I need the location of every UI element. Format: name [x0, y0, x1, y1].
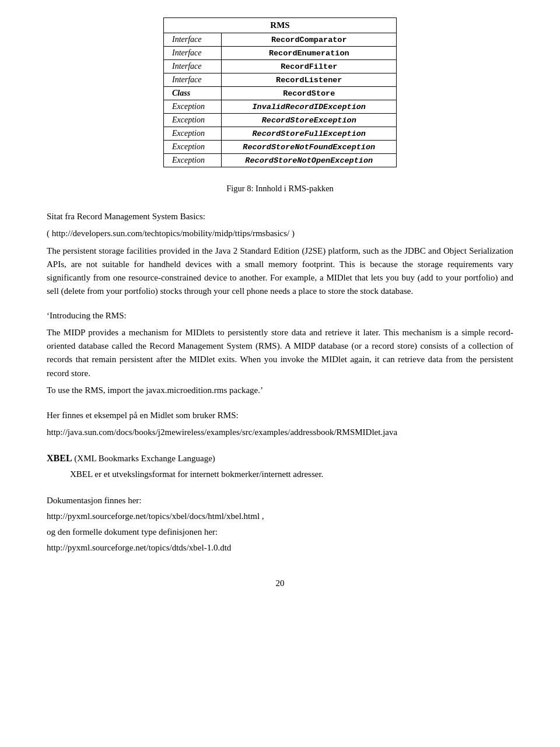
xbel-section: XBEL (XML Bookmarks Exchange Language) X…	[47, 451, 513, 555]
xbel-doc-url: http://pyxml.sourceforge.net/topics/xbel…	[47, 510, 513, 523]
table-container: RMS InterfaceRecordComparatorInterfaceRe…	[47, 17, 513, 167]
xbel-dok-heading: Dokumentasjon finnes her:	[47, 494, 513, 507]
table-cell-type: Exception	[164, 100, 222, 114]
table-title: RMS	[164, 18, 397, 33]
table-cell-name: RecordStoreFullException	[222, 127, 397, 141]
table-cell-type: Exception	[164, 141, 222, 154]
table-cell-name: InvalidRecordIDException	[222, 100, 397, 114]
table-cell-name: RecordStoreNotFoundException	[222, 141, 397, 154]
body-text-2: The MIDP provides a mechanism for MIDlet…	[47, 326, 513, 380]
page-content: RMS InterfaceRecordComparatorInterfaceRe…	[47, 17, 513, 588]
rms-table: RMS InterfaceRecordComparatorInterfaceRe…	[163, 17, 397, 167]
body-text-3: To use the RMS, import the javax.microed…	[47, 384, 513, 397]
source-url: ( http://developers.sun.com/techtopics/m…	[47, 227, 513, 240]
table-cell-type: Interface	[164, 47, 222, 60]
table-cell-type: Interface	[164, 60, 222, 73]
xbel-title: XBEL (XML Bookmarks Exchange Language)	[47, 451, 513, 466]
her-finnes-url: http://java.sun.com/docs/books/j2mewirel…	[47, 426, 513, 439]
table-cell-name: RecordEnumeration	[222, 47, 397, 60]
table-cell-name: RecordListener	[222, 73, 397, 87]
xbel-title-bold: XBEL	[47, 453, 72, 463]
body-text-1: The persistent storage facilities provid…	[47, 244, 513, 299]
table-cell-name: RecordComparator	[222, 33, 397, 47]
table-cell-type: Interface	[164, 73, 222, 87]
introducing-section: ‘Introducing the RMS: The MIDP provides …	[47, 309, 513, 398]
source-heading: Sitat fra Record Management System Basic…	[47, 210, 513, 223]
table-cell-type: Exception	[164, 114, 222, 127]
xbel-title-rest: (XML Bookmarks Exchange Language)	[72, 454, 215, 463]
table-cell-name: RecordStoreException	[222, 114, 397, 127]
table-cell-type: Class	[164, 87, 222, 100]
her-finnes-heading: Her finnes et eksempel på en Midlet som …	[47, 409, 513, 422]
source-block: Sitat fra Record Management System Basic…	[47, 210, 513, 299]
table-cell-type: Exception	[164, 127, 222, 141]
table-cell-type: Exception	[164, 154, 222, 167]
figure-caption: Figur 8: Innhold i RMS-pakken	[47, 184, 513, 194]
xbel-text-1: XBEL er et utvekslingsformat for interne…	[70, 468, 513, 481]
xbel-og-den: og den formelle dokument type definisjon…	[47, 525, 513, 539]
xbel-dtd-url: http://pyxml.sourceforge.net/topics/dtds…	[47, 541, 513, 555]
introducing-heading: ‘Introducing the RMS:	[47, 309, 513, 322]
table-cell-name: RecordStore	[222, 87, 397, 100]
table-cell-name: RecordStoreNotOpenException	[222, 154, 397, 167]
table-cell-type: Interface	[164, 33, 222, 47]
table-cell-name: RecordFilter	[222, 60, 397, 73]
her-finnes-section: Her finnes et eksempel på en Midlet som …	[47, 409, 513, 440]
page-number: 20	[47, 578, 513, 588]
